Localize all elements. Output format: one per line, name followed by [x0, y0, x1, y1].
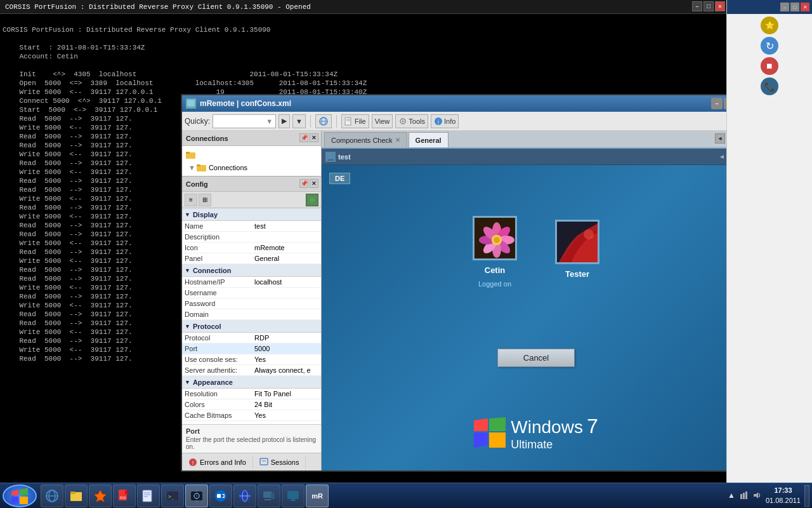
- sidebar-max-button[interactable]: □: [790, 3, 799, 11]
- quicky-dropdown[interactable]: ▼: [213, 114, 276, 128]
- mremote-taskbar-label: mR: [311, 492, 323, 500]
- taskbar-portfusion-button[interactable]: [185, 485, 208, 507]
- view-label: View: [375, 117, 390, 125]
- conn-nav-back-button[interactable]: ◄: [717, 152, 726, 161]
- config-section-display[interactable]: ▼ Display: [182, 208, 321, 221]
- taskbar-remote-button[interactable]: [258, 485, 280, 507]
- user-item-tester[interactable]: Tester: [555, 220, 599, 284]
- config-pin-button[interactable]: 📌: [299, 179, 308, 188]
- de-button[interactable]: DE: [329, 173, 350, 184]
- config-section-appearance[interactable]: ▼ Appearance: [182, 376, 321, 389]
- svg-rect-66: [291, 499, 295, 500]
- toolbar-separator2: [336, 115, 337, 128]
- svg-rect-0: [187, 100, 195, 106]
- hostname-value: localhost: [254, 278, 318, 286]
- taskbar-pdf-button[interactable]: PDF: [113, 485, 136, 507]
- sidebar-min-button[interactable]: –: [780, 3, 789, 11]
- connection-tab-icon: [325, 152, 336, 162]
- tab-components-check-label: Components Check: [331, 137, 393, 144]
- config-section-protocol[interactable]: ▼ Protocol: [182, 320, 321, 333]
- config-content: ▼ Display Name test Description Icon mRe…: [182, 208, 321, 424]
- taskbar-ie-button[interactable]: [41, 485, 63, 507]
- root-folder-icon: [186, 150, 196, 160]
- browser-sidebar: – □ ✕ ⭐ ↻ ⏹ 📞: [726, 0, 812, 483]
- username-key: Username: [185, 289, 254, 297]
- name-key: Name: [185, 222, 254, 230]
- taskbar-teamviewer-button[interactable]: [209, 485, 232, 507]
- colors-value: 24 Bit: [254, 401, 318, 408]
- view-menu-button[interactable]: View: [372, 114, 393, 128]
- taskbar-monitor-button[interactable]: [282, 485, 304, 507]
- tab-components-check[interactable]: Components Check ✕: [324, 132, 407, 147]
- config-row-resolution: Resolution Fit To Panel: [182, 389, 321, 399]
- terminal-title-buttons: – □ ✕: [692, 1, 725, 11]
- terminal-header: CORSIS PortFusion : Distributed Reverse …: [3, 26, 270, 34]
- taskbar-ssh-button[interactable]: >_: [161, 485, 184, 507]
- taskbar-explorer-button[interactable]: [65, 485, 88, 507]
- connections-content: ▼ Connections ▶ test: [182, 146, 321, 176]
- system-tray-icons: ▲: [726, 491, 762, 501]
- tab-components-check-close[interactable]: ✕: [395, 137, 400, 144]
- connections-close-button[interactable]: ✕: [310, 133, 318, 142]
- terminal-minimize-button[interactable]: –: [692, 1, 702, 11]
- bottom-tabs: ! Errors and Info Sessions: [182, 453, 321, 471]
- tray-volume-icon: [752, 491, 762, 501]
- quicky-go-button[interactable]: ▶: [278, 114, 290, 128]
- sidebar-close-button[interactable]: ✕: [801, 3, 809, 11]
- cache-bitmaps-value: Yes: [254, 411, 318, 419]
- taskbar-globe-button[interactable]: [233, 485, 256, 507]
- cancel-button[interactable]: Cancel: [497, 349, 575, 367]
- config-alphabetical-button[interactable]: ≡: [185, 194, 197, 206]
- sidebar-star-button[interactable]: ⭐: [761, 17, 778, 34]
- tray-network-icon: [739, 491, 749, 501]
- svg-text:>_: >_: [168, 494, 174, 500]
- rdp-area: DE: [322, 165, 750, 471]
- sidebar-refresh-button[interactable]: ↻: [761, 37, 778, 55]
- taskbar-editor-button[interactable]: [137, 485, 160, 507]
- config-panel-header: Config 📌 ✕: [182, 177, 321, 192]
- svg-rect-65: [287, 491, 299, 499]
- port-value: 5000: [254, 345, 318, 352]
- protocol-value: RDP: [254, 334, 318, 342]
- sidebar-stop-button[interactable]: ⏹: [761, 57, 778, 75]
- start-button[interactable]: [3, 485, 37, 507]
- taskbar-tool1-button[interactable]: [89, 485, 112, 507]
- browser-sidebar-titlebar: – □ ✕: [727, 0, 812, 14]
- taskbar-mremote-button[interactable]: mR: [306, 485, 329, 507]
- windows-name: Windows: [511, 417, 583, 438]
- config-categorized-button[interactable]: ⊞: [199, 194, 211, 206]
- show-desktop-button[interactable]: [804, 485, 809, 507]
- sessions-tab[interactable]: Sessions: [253, 455, 306, 469]
- errors-info-tab[interactable]: ! Errors and Info: [182, 455, 253, 469]
- file-menu-button[interactable]: File: [341, 114, 369, 128]
- svg-rect-69: [743, 493, 745, 499]
- user-item-cetin[interactable]: Cetin Logged on: [473, 216, 517, 288]
- mremote-icon: [186, 98, 196, 109]
- left-panel: Connections 📌 ✕ ▼ Con: [182, 131, 322, 471]
- config-panel: Config 📌 ✕ ≡ ⊞ ▼: [182, 176, 321, 453]
- sidebar-phone-button[interactable]: 📞: [761, 77, 778, 95]
- tree-item-connections[interactable]: ▼ Connections: [185, 161, 318, 174]
- quicky-extra-button[interactable]: ▼: [292, 114, 306, 128]
- svg-marker-43: [95, 490, 106, 502]
- taskbar-right: ▲ 17:33 01.08.2011: [726, 485, 809, 507]
- terminal-maximize-button[interactable]: □: [704, 1, 714, 11]
- tab-scroll-left-button[interactable]: ◄: [715, 133, 725, 144]
- errors-info-label: Errors and Info: [200, 458, 246, 466]
- config-row-protocol: Protocol RDP: [182, 333, 321, 344]
- terminal-close-button[interactable]: ✕: [715, 1, 725, 11]
- svg-point-35: [494, 237, 500, 243]
- windows-edition: Ultimate: [511, 438, 553, 451]
- svg-rect-15: [197, 164, 200, 166]
- cetin-avatar: [473, 216, 517, 260]
- tab-general[interactable]: General: [409, 132, 449, 147]
- tray-expand-button[interactable]: ▲: [726, 491, 737, 501]
- config-section-connection[interactable]: ▼ Connection: [182, 264, 321, 277]
- connection-section-label: Connection: [193, 267, 232, 274]
- config-close-button[interactable]: ✕: [310, 179, 318, 188]
- info-menu-button[interactable]: i Info: [431, 114, 459, 128]
- connections-pin-button[interactable]: 📌: [299, 133, 308, 142]
- tools-menu-button[interactable]: Tools: [395, 114, 428, 128]
- toolbar-globe-button[interactable]: [315, 114, 332, 128]
- mremote-minimize-button[interactable]: –: [711, 98, 723, 109]
